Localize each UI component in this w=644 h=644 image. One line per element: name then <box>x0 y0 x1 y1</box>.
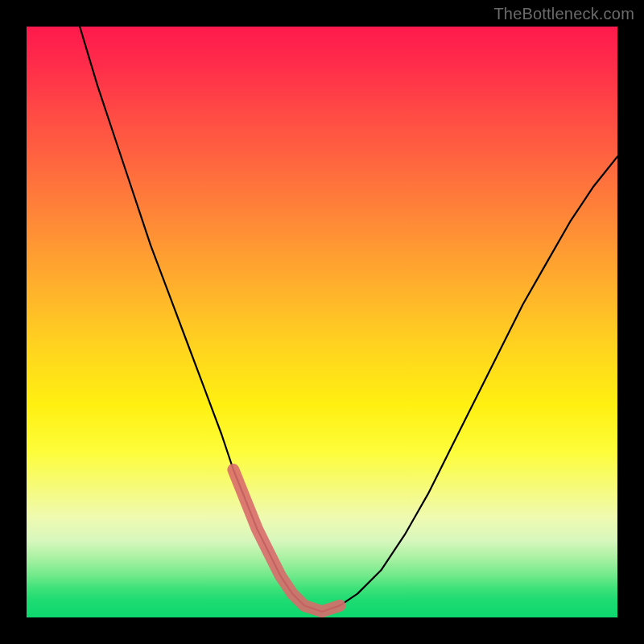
curve-svg <box>27 27 617 617</box>
highlight-segment-path <box>233 470 340 612</box>
plot-area <box>27 27 617 617</box>
watermark-text: TheBottleneck.com <box>493 5 634 23</box>
bottleneck-curve-path <box>80 27 617 612</box>
chart-frame: TheBottleneck.com <box>0 0 644 644</box>
